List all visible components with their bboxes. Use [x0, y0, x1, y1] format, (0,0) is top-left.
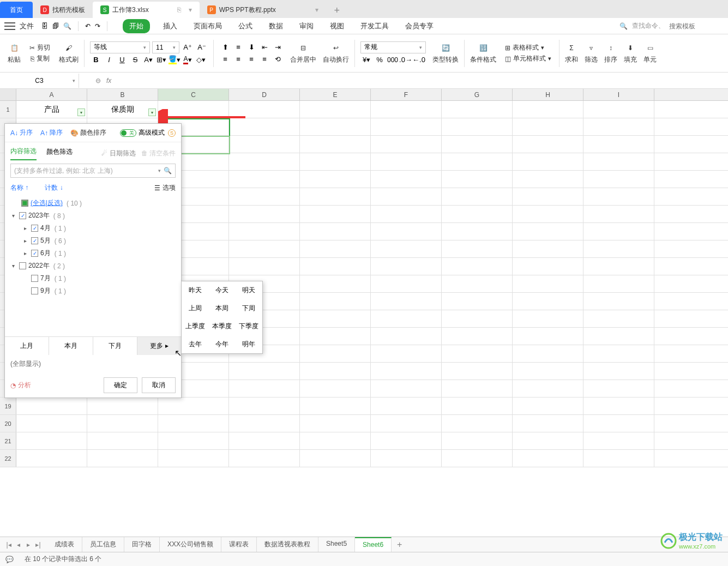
cell[interactable] [229, 258, 300, 275]
filter-dropdown-icon[interactable]: ▾ [148, 109, 156, 116]
options-button[interactable]: ☰选项 [154, 183, 176, 192]
cell[interactable] [87, 450, 158, 467]
cell[interactable] [442, 118, 513, 135]
decrease-font-icon[interactable]: A⁻ [196, 42, 208, 53]
cell[interactable] [371, 275, 442, 292]
cell[interactable] [583, 206, 654, 222]
cell[interactable] [371, 328, 442, 345]
cell[interactable] [300, 188, 371, 205]
preview-icon[interactable]: 🔍 [63, 22, 71, 30]
quick-next-month[interactable]: 下月 [93, 337, 137, 355]
tree-item[interactable]: ▸4月( 1 ) [9, 222, 177, 234]
cell[interactable] [300, 136, 371, 153]
align-right-icon[interactable]: ≡ [245, 54, 257, 65]
cell[interactable] [442, 258, 513, 275]
col-header-I[interactable]: I [583, 89, 654, 100]
cell[interactable] [442, 206, 513, 222]
cell[interactable] [300, 223, 371, 240]
sheet-tab[interactable]: 数据透视表教程 [257, 537, 318, 552]
cell[interactable] [371, 450, 442, 467]
percent-icon[interactable]: % [374, 55, 386, 65]
analyze-button[interactable]: ◔分析 [10, 381, 31, 390]
cell[interactable] [371, 153, 442, 170]
cell[interactable] [16, 432, 87, 449]
cell[interactable] [583, 345, 654, 362]
file-menu[interactable]: 文件 [20, 21, 34, 31]
cell[interactable] [300, 293, 371, 310]
expand-icon[interactable] [21, 287, 29, 295]
cell[interactable] [229, 118, 300, 135]
cell[interactable] [300, 275, 371, 292]
cell[interactable] [371, 432, 442, 449]
cell[interactable] [229, 188, 300, 205]
cell[interactable] [229, 380, 300, 397]
number-format-select[interactable]: 常规▾ [360, 41, 426, 53]
name-sort-header[interactable]: 名称 ↑ [10, 183, 28, 192]
dec-decimal-icon[interactable]: ←.0 [413, 55, 425, 65]
format-painter-button[interactable]: 🖌 格式刷 [56, 41, 82, 65]
print-icon[interactable]: 🗐 [52, 22, 59, 30]
cell[interactable] [513, 240, 583, 257]
ribbon-tab-formula[interactable]: 公式 [235, 19, 256, 33]
undo-icon[interactable]: ↶ [85, 22, 91, 30]
cell[interactable] [300, 153, 371, 170]
cell[interactable] [583, 415, 654, 432]
row-header[interactable]: 19 [0, 398, 16, 414]
cell[interactable] [442, 415, 513, 432]
bold-button[interactable]: B [90, 55, 102, 65]
cell[interactable] [513, 171, 583, 188]
italic-button[interactable]: I [103, 55, 115, 65]
paste-button[interactable]: 📋 粘贴 [4, 41, 24, 65]
expand-icon[interactable] [21, 275, 29, 282]
cell[interactable] [229, 415, 300, 432]
cell[interactable] [371, 415, 442, 432]
tab-home[interactable]: 首页 [0, 2, 33, 18]
cell[interactable] [300, 171, 371, 188]
ribbon-tab-insert[interactable]: 插入 [160, 19, 181, 33]
cell[interactable] [229, 136, 300, 153]
cell[interactable] [583, 101, 654, 118]
cell[interactable] [371, 223, 442, 240]
cell[interactable]: 产品▾ [16, 101, 87, 118]
cell[interactable] [583, 136, 654, 153]
border-button[interactable]: ⊞▾ [155, 55, 167, 65]
font-more-button[interactable]: A▾ [142, 55, 154, 65]
more-menu-item[interactable]: 下周 [236, 299, 262, 317]
clear-filter-button[interactable]: 🗑 清空条件 [141, 149, 176, 158]
align-middle-icon[interactable]: ≡ [232, 42, 244, 53]
cell[interactable] [158, 450, 229, 467]
sheet-nav[interactable]: |◂◂▸▸| [0, 541, 47, 549]
align-left-icon[interactable]: ≡ [219, 54, 231, 65]
cell[interactable] [442, 432, 513, 449]
comma-icon[interactable]: 000 [387, 55, 399, 65]
tab-template[interactable]: D 找稻壳模板 [33, 2, 93, 18]
cell[interactable] [300, 118, 371, 135]
cell[interactable] [371, 171, 442, 188]
expand-icon[interactable]: ▸ [21, 237, 29, 245]
cell[interactable]: 保质期▾ [87, 101, 158, 118]
merge-button[interactable]: ⊟ 合并居中 [287, 41, 320, 65]
sheet-tab[interactable]: Sheet5 [318, 537, 355, 552]
sheet-tab[interactable]: 员工信息 [82, 537, 124, 552]
cell[interactable] [300, 258, 371, 275]
font-color-button[interactable]: A▾ [182, 55, 194, 65]
filter-search-input[interactable]: (支持多条件过滤, 例如: 北京 上海) ▾ 🔍 [10, 164, 176, 178]
expand-icon[interactable]: ▸ [21, 250, 29, 257]
more-menu-item[interactable]: 昨天 [182, 281, 208, 299]
fill-color-button[interactable]: 🪣▾ [169, 55, 181, 65]
cell[interactable] [513, 363, 583, 380]
cell[interactable] [583, 380, 654, 397]
cell[interactable] [229, 398, 300, 414]
ribbon-tab-start[interactable]: 开始 [123, 19, 150, 33]
cell[interactable] [513, 101, 583, 118]
ribbon-tab-review[interactable]: 审阅 [296, 19, 317, 33]
sort-asc-button[interactable]: A↓升序 [10, 128, 33, 137]
cell[interactable] [371, 118, 442, 135]
cell[interactable] [513, 415, 583, 432]
cell[interactable] [371, 310, 442, 327]
name-box[interactable]: C3▾ [0, 74, 79, 88]
sheet-tab[interactable]: 成绩表 [47, 537, 82, 552]
cell[interactable] [583, 118, 654, 135]
expand-icon[interactable]: ▸ [21, 225, 29, 232]
cell[interactable] [229, 101, 300, 118]
